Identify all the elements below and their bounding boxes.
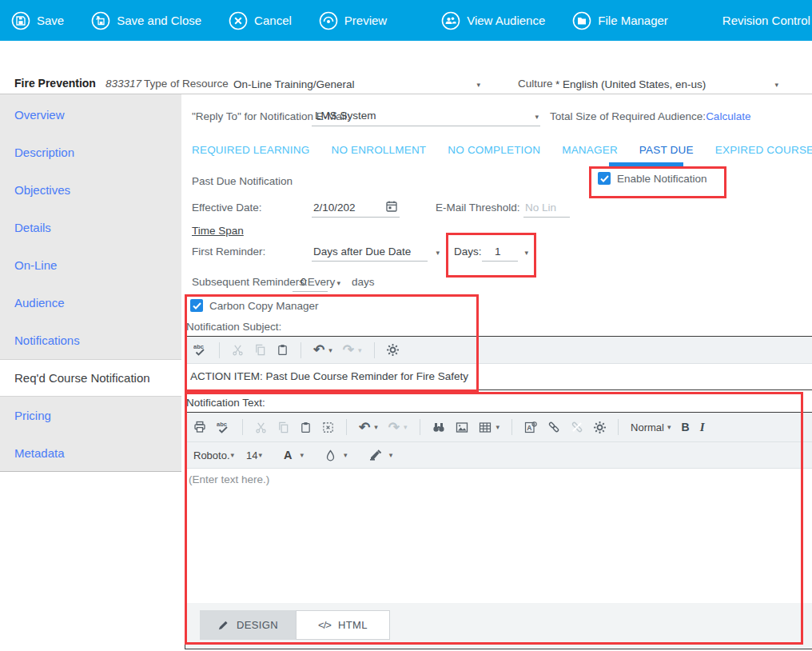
insert-image-icon[interactable]: [456, 421, 468, 433]
format-painter-button[interactable]: ▾: [369, 449, 393, 461]
effective-date-value: 2/10/202: [313, 202, 356, 214]
view-audience-button[interactable]: View Audience: [441, 11, 545, 30]
settings-gear-icon[interactable]: [387, 344, 399, 356]
save-button[interactable]: Save: [11, 11, 64, 30]
chevron-down-icon: ▾: [374, 423, 378, 431]
tab-manager[interactable]: MANAGER: [562, 144, 618, 156]
calculate-link[interactable]: Calculate: [706, 110, 750, 122]
undo-icon[interactable]: ↶▾: [359, 421, 378, 434]
cancel-button[interactable]: Cancel: [229, 11, 292, 30]
sidebar-item-reqd-course-notification[interactable]: Req'd Course Notification: [0, 359, 181, 397]
find-icon[interactable]: [432, 421, 445, 433]
redo-icon[interactable]: ↷▾: [343, 343, 362, 357]
chevron-down-icon: ▾: [358, 346, 362, 354]
cut-icon[interactable]: [232, 344, 244, 356]
chevron-down-icon: ▾: [344, 451, 348, 459]
spellcheck-icon[interactable]: abc: [193, 343, 207, 357]
merge-field-icon[interactable]: A: [524, 421, 537, 433]
save-and-close-icon: [91, 11, 110, 30]
settings-gear-icon[interactable]: [594, 421, 606, 433]
spellcheck-icon[interactable]: abc: [217, 421, 230, 434]
time-span-link[interactable]: Time Span: [192, 225, 244, 237]
sidebar-item-pricing[interactable]: Pricing: [0, 397, 181, 434]
copy-icon[interactable]: [277, 421, 289, 433]
tab-no-enrollment[interactable]: NO ENROLLMENT: [331, 144, 426, 156]
chevron-down-icon: ▾: [496, 423, 500, 431]
sidebar-item-audience[interactable]: Audience: [0, 284, 181, 322]
revision-control-button[interactable]: Revision Control: [722, 14, 810, 27]
effective-date-input[interactable]: 2/10/202: [312, 195, 400, 218]
print-icon[interactable]: [193, 421, 206, 433]
chevron-down-icon: ▾: [301, 451, 304, 459]
carbon-copy-manager-checkbox[interactable]: [190, 299, 203, 312]
first-reminder-select[interactable]: Days after Due Date ▾: [312, 239, 440, 262]
subsequent-days-suffix: days: [352, 276, 375, 288]
cut-icon[interactable]: [255, 421, 267, 433]
subsequent-every-select[interactable]: 0 ▾: [293, 270, 342, 292]
font-size-select[interactable]: 14▾: [246, 449, 262, 461]
email-threshold-input[interactable]: No Lin: [523, 195, 570, 218]
sidebar-item-notifications[interactable]: Notifications: [0, 322, 181, 359]
course-id: 833317: [105, 78, 141, 90]
sidebar-item-metadata[interactable]: Metadata: [0, 434, 181, 472]
toolbar-separator: [618, 419, 619, 435]
notification-text-input[interactable]: (Enter text here.): [185, 469, 812, 603]
save-and-close-button[interactable]: Save and Close: [91, 11, 201, 30]
sidebar-item-description[interactable]: Description: [0, 134, 181, 171]
svg-text:A: A: [527, 424, 531, 432]
insert-link-icon[interactable]: [547, 421, 560, 433]
type-of-resource-value: On-Line Training/General: [233, 78, 355, 90]
tab-no-completion[interactable]: NO COMPLETION: [448, 144, 540, 156]
remove-link-icon[interactable]: [571, 421, 583, 433]
days-select[interactable]: 1 ▾: [482, 239, 528, 262]
svg-text:abc: abc: [217, 421, 227, 428]
preview-label: Preview: [344, 14, 387, 27]
sidebar-item-details[interactable]: Details: [0, 209, 181, 246]
reply-to-select[interactable]: LMS System ▾: [312, 104, 540, 126]
preview-button[interactable]: Preview: [319, 11, 387, 30]
tab-expired-course[interactable]: EXPIRED COURSE: [715, 144, 812, 156]
enable-notification-label: Enable Notification: [617, 173, 707, 185]
copy-icon[interactable]: [254, 344, 266, 356]
calendar-icon[interactable]: [385, 200, 398, 213]
enable-notification-checkbox[interactable]: [598, 172, 611, 185]
culture-value: * English (United States, en-us): [555, 78, 706, 90]
paste-icon[interactable]: [300, 421, 312, 433]
select-all-icon[interactable]: [322, 421, 334, 433]
notification-text-label: Notification Text:: [186, 397, 265, 409]
toolbar-separator: [511, 419, 512, 435]
tab-required-learning[interactable]: REQUIRED LEARNING: [192, 144, 309, 156]
background-color-button[interactable]: ▾: [325, 449, 348, 461]
redo-icon[interactable]: ↷▾: [388, 421, 408, 434]
email-threshold-value: No Lin: [525, 202, 556, 214]
font-family-value: Roboto.: [193, 449, 230, 461]
effective-date-label: Effective Date:: [192, 202, 262, 214]
chevron-down-icon: ▾: [667, 423, 671, 431]
sidebar-item-objectives[interactable]: Objectives: [0, 171, 181, 209]
sidebar-nav: Overview Description Objectives Details …: [0, 94, 181, 472]
font-color-button[interactable]: A▾: [284, 449, 304, 461]
notification-subject-input[interactable]: ACTION ITEM: Past Due Course Reminder fo…: [185, 364, 812, 389]
sidebar-item-overview[interactable]: Overview: [0, 96, 181, 134]
chevron-down-icon: ▾: [404, 423, 408, 431]
sidebar-item-online[interactable]: On-Line: [0, 246, 181, 284]
undo-icon[interactable]: ↶▾: [313, 343, 332, 357]
notification-tabs: REQUIRED LEARNING NO ENROLLMENT NO COMPL…: [192, 144, 812, 156]
file-manager-button[interactable]: File Manager: [572, 11, 668, 30]
preview-icon: [319, 11, 338, 30]
subsequent-underline: [293, 270, 328, 292]
tab-past-due[interactable]: PAST DUE: [639, 144, 694, 156]
bold-button[interactable]: B: [682, 421, 690, 433]
italic-button[interactable]: I: [700, 421, 705, 434]
main-panel: "Reply To" for Notification E-Mail: LMS …: [182, 94, 812, 651]
chevron-down-icon: ▾: [436, 249, 440, 257]
html-tab[interactable]: </> HTML: [296, 610, 390, 640]
design-tab[interactable]: DESIGN: [200, 610, 296, 640]
chevron-down-icon: ▾: [259, 451, 263, 459]
file-manager-icon: [572, 11, 591, 30]
font-family-select[interactable]: Roboto.▾: [193, 449, 234, 461]
days-value: 1: [495, 246, 501, 258]
paragraph-style-select[interactable]: Normal▾: [631, 421, 671, 433]
paste-icon[interactable]: [277, 344, 289, 356]
insert-table-icon[interactable]: ▾: [479, 421, 500, 433]
